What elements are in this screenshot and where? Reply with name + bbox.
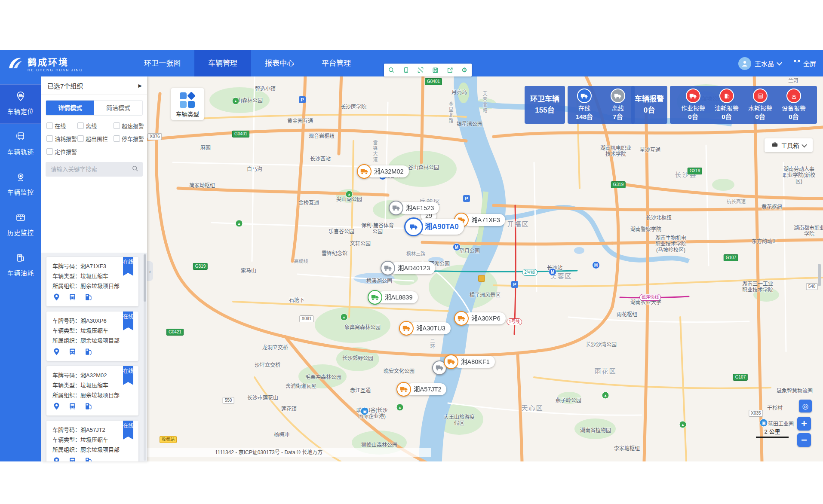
fuel-record-icon[interactable] — [84, 402, 92, 412]
map-label: 枫林三路 — [406, 250, 425, 257]
filter-checkbox[interactable]: 停车报警 — [114, 134, 144, 143]
menu-item-overview[interactable]: 环卫一张图 — [130, 50, 194, 76]
vehicle-card[interactable]: 车牌号码：湘A57JT2 车辆类型：垃圾压缩车 所属组织：厨余垃圾项目部 在线 — [46, 421, 138, 461]
poi-icon — [760, 419, 768, 427]
locate-vehicle-icon[interactable] — [52, 348, 61, 357]
toolbox-button[interactable]: 工具箱 — [765, 138, 813, 152]
track-vehicle-icon[interactable] — [68, 457, 77, 461]
checkbox-icon[interactable] — [77, 135, 84, 142]
map-canvas[interactable]: 智造小镇乌山森林公园长沙医学院黄金园互通月亮岛银星湾公园观音岩枢纽金星北路芙蓉北… — [147, 76, 823, 461]
search-icon[interactable] — [132, 165, 138, 174]
poi-icon — [592, 261, 600, 269]
vehicle-marker[interactable]: 湘A30XP6 — [454, 311, 506, 326]
filter-checkbox[interactable]: 定位报警 — [46, 147, 77, 156]
vehicle-marker[interactable]: 湘AF1523 — [389, 201, 439, 215]
vehicle-marker[interactable]: 湘A80KF1 — [444, 354, 495, 369]
locate-vehicle-icon[interactable] — [52, 402, 61, 412]
vehicle-card[interactable]: 车牌号码：湘A32M02 车辆类型：垃圾压缩车 所属组织：厨余垃圾项目部 在线 — [46, 366, 138, 415]
road-shield-badge: G0421 — [166, 329, 184, 336]
stat-fuel-alarm: 油耗报警 0台 — [710, 89, 743, 121]
poi-icon — [453, 243, 461, 251]
panel-scrollbar-thumb[interactable] — [144, 254, 146, 302]
chevron-down-icon — [802, 142, 807, 147]
filter-checkbox[interactable]: 超速报警 — [114, 122, 144, 130]
track-vehicle-icon[interactable] — [68, 348, 77, 357]
vehicle-card[interactable]: 车牌号码：湘A30XP6 车辆类型：垃圾压缩车 所属组织：厨余垃圾项目部 在线 — [46, 312, 138, 361]
vehicle-marker[interactable]: 湘A30TU3 — [399, 321, 451, 336]
sidebar-item-vehicle-monitor[interactable]: 车辆监控 — [0, 165, 41, 205]
settings-gear-icon[interactable]: ⚙ — [460, 65, 469, 75]
checkbox-icon[interactable] — [114, 122, 120, 129]
sidebar-item-vehicle-fuel[interactable]: 车辆油耗 — [0, 246, 41, 285]
filter-checkbox[interactable]: 油耗报警 — [46, 134, 77, 143]
vehicle-marker[interactable]: 湘AL8839 — [368, 290, 418, 305]
menu-item-vehicle-management[interactable]: 车辆管理 — [194, 50, 251, 76]
save-icon[interactable] — [430, 65, 440, 75]
poi-icon — [549, 268, 556, 276]
fleet-title: 环卫车辆 — [530, 94, 559, 105]
map-label: 湖南劳动人事职业学院(新校区) — [782, 166, 816, 184]
road-shield-badge: X081 — [299, 315, 313, 322]
user-menu[interactable]: 王水晶 — [738, 57, 781, 70]
map-label: 狮峰山森林公园 — [361, 441, 397, 448]
map-label: 燕子岭公园 — [556, 396, 581, 403]
checkbox-icon[interactable] — [46, 135, 53, 142]
stat-alarm-breakdown: 作业报警 0台 油耗报警 0台 水耗报警 0台 设备报警 0台 — [670, 86, 817, 124]
filter-checkbox[interactable]: 在线 — [46, 122, 77, 130]
checkbox-icon[interactable] — [77, 122, 84, 129]
stat-fleet-total: 环卫车辆 155台 — [525, 86, 565, 124]
tab-detail-mode[interactable]: 详情模式 — [46, 101, 94, 115]
offline-count: 7台 — [613, 113, 623, 120]
logo-icon — [7, 55, 23, 72]
sidebar-item-vehicle-track[interactable]: 车辆轨迹 — [0, 125, 41, 164]
sidebar-item-vehicle-location[interactable]: 车辆定位 — [0, 84, 41, 124]
map-label: 观音岩枢纽 — [309, 132, 335, 139]
search-input[interactable] — [50, 166, 132, 173]
locate-vehicle-icon[interactable] — [52, 293, 61, 303]
checkbox-icon[interactable] — [46, 148, 53, 155]
locate-button[interactable]: ◎ — [799, 400, 812, 412]
vehicle-management-app: 鹤成环境 HE CHENG HUAN JING 环卫一张图 车辆管理 报表中心 … — [0, 0, 823, 504]
org-value: 厨余垃圾项目部 — [80, 283, 120, 289]
zoom-out-button[interactable]: − — [797, 433, 811, 447]
checkbox-icon[interactable] — [46, 122, 53, 129]
menu-item-reports[interactable]: 报表中心 — [251, 50, 308, 76]
vehicle-type-label: 车辆类型 — [176, 111, 199, 118]
sidebar-item-history-monitor[interactable]: 历史监控 — [0, 205, 41, 245]
vehicle-marker[interactable]: 湘A57JT2 — [396, 382, 446, 397]
locate-vehicle-icon[interactable] — [52, 457, 61, 461]
tab-simple-mode[interactable]: 简洁模式 — [94, 101, 142, 115]
map-label: 湖南机电职业技术学院 — [599, 145, 633, 157]
vehicle-marker[interactable]: 湘AD40123 — [381, 261, 435, 275]
expand-arrows-icon[interactable] — [416, 65, 425, 75]
zoom-in-button[interactable]: + — [797, 417, 811, 431]
fuel-record-icon[interactable] — [84, 293, 92, 303]
map-label: 长沙沙湾公园 — [586, 340, 617, 348]
zoom-search-icon[interactable] — [387, 65, 396, 75]
fuel-record-icon[interactable] — [84, 457, 92, 461]
vehicle-marker[interactable]: 湘A90TA0 — [404, 217, 464, 236]
filter-checkbox[interactable]: 离线 — [77, 122, 114, 130]
map-label: 长沙市莲花山 — [247, 394, 278, 401]
vehicle-type-button[interactable]: 车辆类型 — [171, 88, 204, 120]
track-vehicle-icon[interactable] — [68, 293, 77, 303]
map-label: 二环 — [429, 338, 436, 349]
fuel-record-icon[interactable] — [84, 348, 92, 357]
checkbox-icon[interactable] — [114, 135, 120, 142]
share-export-icon[interactable] — [445, 65, 454, 75]
menu-item-platform[interactable]: 平台管理 — [308, 50, 365, 76]
device-view-icon[interactable] — [401, 65, 411, 75]
map-scale-bar — [756, 437, 789, 438]
filter-checkbox[interactable]: 超出围栏 — [77, 134, 114, 143]
org-selector[interactable]: 已选7个组织 ▶ — [41, 76, 147, 95]
vehicle-marker[interactable]: 湘A32M02 — [357, 164, 409, 179]
org-label: 所属组织： — [52, 283, 80, 289]
app-logo: 鹤成环境 HE CHENG HUAN JING — [0, 55, 104, 72]
panel-collapse-handle[interactable]: ‹ — [147, 261, 153, 281]
map-toolbar: ⚙ — [384, 64, 472, 76]
track-vehicle-icon[interactable] — [68, 402, 77, 412]
map-scrollbar-fragment[interactable] — [818, 264, 821, 286]
vehicle-card[interactable]: 车牌号码：湘A71XF3 车辆类型：垃圾压缩车 所属组织：厨余垃圾项目部 在线 — [46, 257, 138, 306]
road-shield-badge: G319 — [611, 181, 626, 188]
fullscreen-button[interactable]: 全屏 — [793, 59, 816, 68]
